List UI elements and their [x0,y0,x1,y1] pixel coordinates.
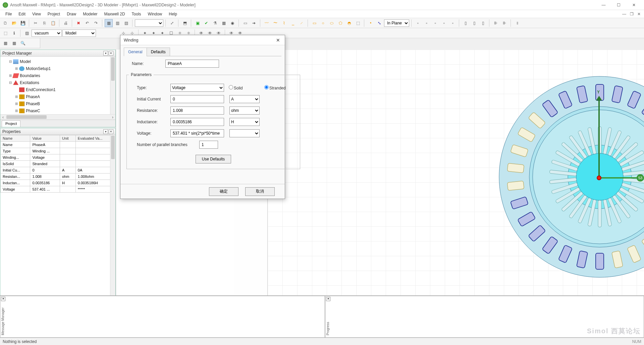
table-row[interactable]: Voltage537.401 ...***** [1,186,115,193]
cube-icon[interactable]: ⬚ [354,19,362,27]
menu-draw[interactable]: Draw [63,11,79,17]
redo-icon[interactable]: ↷ [92,19,100,27]
g5-icon[interactable]: ▫ [449,19,457,27]
combo-material[interactable]: vacuum [32,29,62,37]
short2-icon[interactable]: ▦ [10,39,18,47]
mdi-minimize-icon[interactable]: — [621,12,627,16]
menu-modeler[interactable]: Modeler [79,11,101,17]
tree-hscroll[interactable]: ‹› [0,114,115,120]
tab-general[interactable]: General [124,48,147,56]
table-row[interactable]: Winding...Voltage [1,154,115,161]
initcur-input[interactable] [170,95,224,103]
g4-icon[interactable]: ▫ [440,19,448,27]
project-tab[interactable]: Project [2,120,20,127]
mdi-close-icon[interactable]: ✕ [636,12,642,16]
table-row[interactable]: NamePhaseA [1,142,115,148]
field-icon[interactable]: ▭ [241,19,249,27]
properties-table[interactable]: NameValueUnitEvaluated Va... NamePhaseAT… [0,135,115,193]
short3-icon[interactable]: 🔍 [19,39,27,47]
validate-icon[interactable]: ⬒ [181,19,189,27]
branches-input[interactable] [199,141,218,149]
open-icon[interactable]: 📂 [10,19,18,27]
prog-close-icon[interactable]: ✕ [326,297,330,301]
table-row[interactable]: Inductan...0.0035186H0.0035186H [1,180,115,186]
combo-inplane[interactable]: In Plane [384,19,409,27]
use-defaults-button[interactable]: Use Defaults [196,155,231,163]
solid-radio-label[interactable]: Solid [229,85,262,90]
msg-close-icon[interactable]: ✕ [1,297,5,301]
g3-icon[interactable]: ▫ [431,19,439,27]
3d-view[interactable]: Y 53 Time =-1 0100200 (mm) [268,50,644,333]
g1-icon[interactable]: ▫ [414,19,422,27]
curve4-icon[interactable]: ⎯ [289,19,297,27]
resistance-input[interactable] [170,107,224,115]
print-icon[interactable]: 🖨 [62,19,70,27]
curve3-icon[interactable]: ⌇ [280,19,288,27]
shade-icon[interactable]: ▤ [122,19,130,27]
hatch-icon[interactable]: ▨ [23,29,31,37]
mdi-restore-icon[interactable]: ❐ [629,12,635,16]
window-icon[interactable]: ▦ [105,19,113,27]
sel-icon[interactable]: ⬚ [1,29,9,37]
zoom-fit-icon[interactable]: ⤢ [168,19,176,27]
optim-icon[interactable]: ◉ [228,19,236,27]
menu-edit[interactable]: Edit [15,11,29,17]
n1-icon[interactable]: ⊪ [492,19,500,27]
tree-vscroll[interactable] [110,57,115,114]
check1-icon[interactable]: ▣ [194,19,202,27]
curve2-icon[interactable]: 〜 [271,19,279,27]
menu-tools[interactable]: Tools [128,11,145,17]
tree-item[interactable]: ⊞PhaseC [1,107,115,114]
table-row[interactable]: IsSolidStranded [1,161,115,167]
menu-file[interactable]: File [2,11,15,17]
new-icon[interactable]: 🗋 [1,19,9,27]
name-input[interactable] [165,60,219,68]
panel-dropdown-icon[interactable]: ▾ [103,51,108,56]
menu-help[interactable]: Help [165,11,180,17]
analyze-icon[interactable]: ⚗ [211,19,219,27]
inductance-unit[interactable]: H [229,118,260,126]
o1-icon[interactable]: ⫴ [513,19,521,27]
tree-item[interactable]: ⊞PhaseB [1,100,115,107]
axis-icon[interactable]: ⤡ [375,19,383,27]
curve5-icon[interactable]: ⟋ [298,19,306,27]
resistance-unit[interactable]: ohm [229,107,260,115]
project-tree[interactable]: ⊟Model⊞MotionSetup1⊞Boundaries⊟Excitatio… [0,57,115,114]
sphere-icon[interactable]: ◓ [345,19,353,27]
tree-item[interactable]: EndConnection1 [1,86,115,93]
tree-item[interactable]: ⊟Model [1,58,115,65]
message-manager-panel[interactable]: ✕ Message Manager [0,296,325,338]
ok-button[interactable]: 确定 [209,187,238,196]
table-row[interactable]: Initial Cu...0A0A [1,167,115,174]
short1-icon[interactable]: ▦ [1,39,9,47]
n2-icon[interactable]: ⊪ [500,19,508,27]
rect-icon[interactable]: ▭ [310,19,318,27]
curve1-icon[interactable]: 〰 [263,19,271,27]
prop-dropdown-icon[interactable]: ▾ [103,129,108,134]
panel-close-icon[interactable]: ✕ [109,51,113,56]
close-button[interactable]: ✕ [626,0,641,10]
tree-item[interactable]: ⊞MotionSetup1 [1,65,115,72]
voltage-unit[interactable] [229,129,260,137]
m2-icon[interactable]: ▯ [470,19,478,27]
menu-maxwell2d[interactable]: Maxwell 2D [101,11,128,17]
m3-icon[interactable]: ▯ [479,19,487,27]
prop-close-icon[interactable]: ✕ [109,129,113,134]
stranded-radio[interactable] [264,85,269,89]
stranded-radio-label[interactable]: Stranded [264,85,298,90]
tree-item[interactable]: ⊟Excitations [1,79,115,86]
maximize-button[interactable]: ☐ [611,0,626,10]
paste-icon[interactable]: 📋 [49,19,57,27]
poly-icon[interactable]: ⬠ [336,19,344,27]
initcur-unit[interactable]: A [229,95,260,103]
menu-window[interactable]: Window [145,11,166,17]
inductance-input[interactable] [170,118,224,126]
m1-icon[interactable]: ▯ [462,19,470,27]
table-row[interactable]: TypeWinding ... [1,148,115,154]
menu-project[interactable]: Project [44,11,63,17]
undo-icon[interactable]: ↶ [83,19,91,27]
delete-icon[interactable]: ✖ [74,19,83,27]
table-row[interactable]: Resistan...1.008ohm1.008ohm [1,174,115,180]
tree-item[interactable]: ⊞PhaseA [1,93,115,100]
save-icon[interactable]: 💾 [19,19,27,27]
